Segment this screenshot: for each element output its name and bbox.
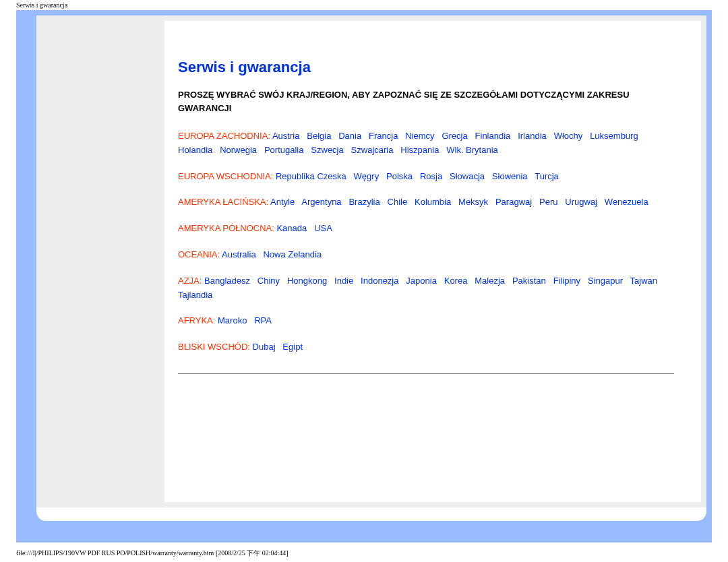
- footer-path: file:///I|/PHILIPS/190VW PDF RUS PO/POLI…: [16, 549, 289, 558]
- country-link[interactable]: Malezja: [475, 276, 505, 286]
- country-link[interactable]: Austria: [272, 131, 299, 141]
- country-link[interactable]: USA: [314, 223, 332, 233]
- region-label: OCEANIA:: [178, 249, 220, 259]
- region-label: AFRYKA:: [178, 315, 215, 325]
- country-link[interactable]: Turcja: [535, 171, 559, 181]
- country-link[interactable]: Japonia: [406, 276, 437, 286]
- country-link[interactable]: Polska: [386, 171, 413, 181]
- country-link[interactable]: Argentyna: [301, 197, 341, 207]
- region-label: EUROPA WSCHODNIA:: [178, 171, 273, 181]
- country-link[interactable]: RPA: [254, 315, 272, 325]
- country-link[interactable]: Portugalia: [264, 145, 304, 155]
- country-link[interactable]: Kanada: [276, 223, 307, 233]
- region-block: OCEANIA: Australia Nowa Zelandia: [178, 248, 674, 262]
- country-link[interactable]: Bangladesz: [204, 276, 250, 286]
- region-block: AZJA: Bangladesz Chiny Hongkong Indie In…: [178, 274, 674, 303]
- country-link[interactable]: Tajwan: [630, 276, 657, 286]
- country-link[interactable]: Australia: [222, 249, 256, 259]
- page-title: Serwis i gwarancja: [178, 59, 674, 76]
- country-link[interactable]: Nowa Zelandia: [263, 249, 322, 259]
- country-link[interactable]: Tajlandia: [178, 290, 212, 300]
- separator-rule: [178, 373, 674, 374]
- header-path: Serwis i gwarancja: [0, 0, 728, 10]
- outer-frame: Serwis i gwarancja PROSZĘ WYBRAĆ SWÓJ KR…: [16, 10, 712, 542]
- bottom-round-bar: [36, 507, 706, 521]
- country-link[interactable]: Peru: [539, 197, 557, 207]
- country-link[interactable]: Rosja: [420, 171, 442, 181]
- country-link[interactable]: Irlandia: [518, 131, 547, 141]
- country-link[interactable]: Hongkong: [287, 276, 327, 286]
- country-link[interactable]: Indie: [334, 276, 353, 286]
- countries-list: Kanada USA: [276, 223, 332, 233]
- country-link[interactable]: Indonezja: [361, 276, 398, 286]
- country-link[interactable]: Luksemburg: [590, 131, 638, 141]
- country-link[interactable]: Holandia: [178, 145, 212, 155]
- region-label: AZJA:: [178, 276, 202, 286]
- country-link[interactable]: Wenezuela: [605, 197, 648, 207]
- content-panel: Serwis i gwarancja PROSZĘ WYBRAĆ SWÓJ KR…: [164, 21, 701, 502]
- region-block: EUROPA WSCHODNIA: Republika Czeska Węgry…: [178, 170, 674, 184]
- country-link[interactable]: Norwegia: [220, 145, 257, 155]
- country-link[interactable]: Belgia: [307, 131, 331, 141]
- intro-text: PROSZĘ WYBRAĆ SWÓJ KRAJ/REGION, ABY ZAPO…: [178, 88, 674, 115]
- region-label: AMERYKA PÓŁNOCNA:: [178, 223, 274, 233]
- countries-list: Dubaj Egipt: [253, 342, 303, 352]
- country-link[interactable]: Urugwaj: [565, 197, 597, 207]
- region-label: BLISKI WSCHÓD:: [178, 342, 250, 352]
- countries-list: Bangladesz Chiny Hongkong Indie Indonezj…: [178, 276, 662, 300]
- region-block: BLISKI WSCHÓD: Dubaj Egipt: [178, 340, 674, 354]
- region-block: AMERYKA ŁACIŃSKA: Antyle Argentyna Brazy…: [178, 195, 674, 210]
- country-link[interactable]: Maroko: [218, 315, 247, 325]
- country-link[interactable]: Włochy: [554, 131, 583, 141]
- country-link[interactable]: Dubaj: [253, 342, 276, 352]
- country-link[interactable]: Słowacja: [450, 171, 485, 181]
- country-link[interactable]: Francja: [369, 131, 398, 141]
- country-link[interactable]: Finlandia: [475, 131, 511, 141]
- region-block: AFRYKA: Maroko RPA: [178, 314, 674, 328]
- bottom-round-cap: [16, 507, 712, 521]
- country-link[interactable]: Niemcy: [405, 131, 434, 141]
- country-link[interactable]: Republika Czeska: [276, 171, 346, 181]
- countries-list: Republika Czeska Węgry Polska Rosja Słow…: [276, 171, 559, 181]
- country-link[interactable]: Szwajcaria: [351, 145, 394, 155]
- inner-grey-panel: Serwis i gwarancja PROSZĘ WYBRAĆ SWÓJ KR…: [36, 15, 706, 507]
- country-link[interactable]: Antyle: [270, 197, 295, 207]
- region-block: EUROPA ZACHODNIA: Austria Belgia Dania F…: [178, 129, 674, 158]
- country-link[interactable]: Pakistan: [512, 276, 546, 286]
- countries-list: Australia Nowa Zelandia: [222, 249, 322, 259]
- country-link[interactable]: Słowenia: [492, 171, 528, 181]
- country-link[interactable]: Węgry: [354, 171, 380, 181]
- country-link[interactable]: Paragwaj: [495, 197, 532, 207]
- country-link[interactable]: Brazylia: [348, 197, 380, 207]
- country-link[interactable]: Dania: [338, 131, 361, 141]
- region-label: EUROPA ZACHODNIA:: [178, 131, 270, 141]
- country-link[interactable]: Kolumbia: [415, 197, 451, 207]
- country-link[interactable]: Chiny: [257, 276, 280, 286]
- country-link[interactable]: Chile: [388, 197, 408, 207]
- countries-list: Maroko RPA: [218, 315, 272, 325]
- country-link[interactable]: Korea: [444, 276, 468, 286]
- country-link[interactable]: Meksyk: [458, 197, 488, 207]
- country-link[interactable]: Singapur: [588, 276, 623, 286]
- region-label: AMERYKA ŁACIŃSKA:: [178, 197, 268, 207]
- countries-list: Antyle Argentyna Brazylia Chile Kolumbia…: [270, 197, 648, 207]
- country-link[interactable]: Egipt: [282, 342, 303, 352]
- region-block: AMERYKA PÓŁNOCNA: Kanada USA: [178, 222, 674, 236]
- country-link[interactable]: Grecja: [442, 131, 467, 141]
- country-link[interactable]: Hiszpania: [400, 145, 439, 155]
- country-link[interactable]: Wlk. Brytania: [446, 145, 498, 155]
- country-link[interactable]: Szwecja: [311, 145, 343, 155]
- regions-container: EUROPA ZACHODNIA: Austria Belgia Dania F…: [178, 129, 674, 354]
- country-link[interactable]: Filipiny: [553, 276, 580, 286]
